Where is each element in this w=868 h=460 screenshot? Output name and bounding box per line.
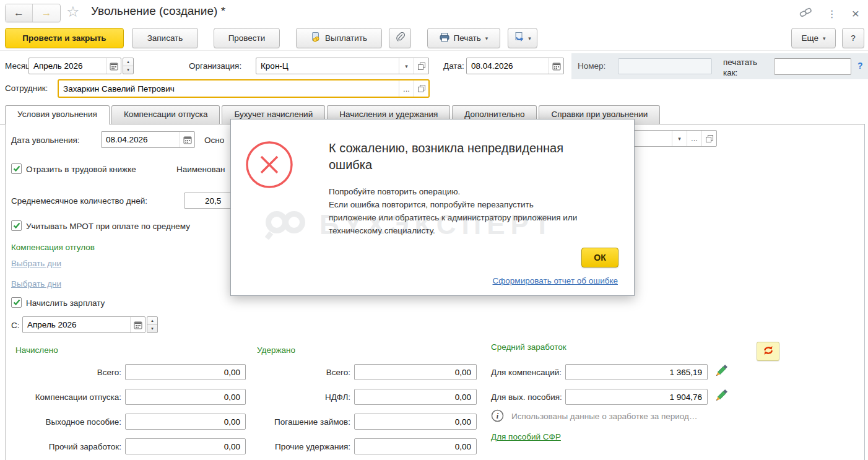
name-label-fragment: Наименован xyxy=(176,165,225,174)
more-actions-button[interactable]: Еще ▾ xyxy=(791,28,836,48)
basis-open-icon[interactable] xyxy=(701,131,716,146)
accrued-severance-field[interactable]: 0,00 xyxy=(125,414,246,430)
dismissal-date-label: Дата увольнения: xyxy=(11,136,80,145)
write-button[interactable]: Записать xyxy=(132,28,198,48)
tab-vacation-compensation[interactable]: Компенсации отпуска xyxy=(111,105,220,124)
checkmark-icon xyxy=(13,222,20,229)
accrued-row-total: Всего: 0,00 xyxy=(12,364,246,380)
date-label: Дата: xyxy=(443,61,464,71)
print-as-field[interactable] xyxy=(774,58,851,75)
accrued-row-other: Прочий заработок: 0,00 xyxy=(12,438,246,454)
info-icon: i xyxy=(491,409,504,425)
error-dialog-title: К сожалению, возникла непредвиденная оши… xyxy=(329,140,563,173)
from-calendar-icon[interactable] xyxy=(130,317,145,332)
employee-field[interactable]: Захаркин Савелий Петрович ... xyxy=(58,79,430,98)
post-and-close-button[interactable]: Провести и закрыть xyxy=(5,28,124,48)
print-as-help-icon[interactable]: ? xyxy=(857,61,863,71)
dismissal-date-calendar-icon[interactable] xyxy=(180,132,194,147)
accrue-salary-checkbox[interactable] xyxy=(11,297,22,308)
avg-days-label: Среднемесячное количество дней: xyxy=(11,196,147,206)
edit-compensation-pencil-icon[interactable] xyxy=(713,363,729,379)
date-calendar-icon[interactable] xyxy=(549,58,563,74)
select-days-link-2[interactable]: Выбрать дни xyxy=(11,279,61,289)
close-window-icon[interactable]: × xyxy=(852,9,859,19)
from-month-field[interactable]: Апрель 2026 xyxy=(22,316,145,333)
organization-label: Организация: xyxy=(189,61,241,71)
edit-severance-pencil-icon[interactable] xyxy=(713,388,729,404)
printer-icon xyxy=(440,33,449,44)
post-button[interactable]: Провести xyxy=(214,28,280,48)
average-severance-field[interactable]: 1 904,76 xyxy=(565,389,708,405)
help-button[interactable]: ? xyxy=(842,28,864,48)
back-button[interactable]: ← xyxy=(6,4,33,22)
paperclip-icon xyxy=(396,32,405,44)
withheld-total-field[interactable]: 0,00 xyxy=(354,364,477,380)
more-menu-icon[interactable]: ⋮ xyxy=(827,8,837,20)
mrot-checkbox-label[interactable]: Учитывать МРОТ при оплате по среднему xyxy=(26,222,190,231)
get-link-icon[interactable] xyxy=(799,7,812,20)
send-export-button[interactable]: ▾ xyxy=(508,28,537,48)
export-caret-icon: ▾ xyxy=(528,35,531,41)
svg-text:i: i xyxy=(497,412,499,420)
print-button[interactable]: Печать ▾ xyxy=(427,28,500,48)
workbook-checkbox[interactable] xyxy=(11,163,22,174)
basis-dropdown-icon[interactable]: ▾ xyxy=(672,131,687,146)
average-compensation-field[interactable]: 1 365,19 xyxy=(565,364,708,380)
mrot-checkbox[interactable] xyxy=(11,220,22,231)
nav-history-group: ← → xyxy=(5,4,61,22)
organization-field[interactable]: Крон-Ц ▾ xyxy=(256,58,429,74)
pay-document-coins-icon xyxy=(311,32,321,44)
dismissal-date-field[interactable]: 08.04.2026 xyxy=(101,131,195,148)
step-down-icon[interactable]: ▾ xyxy=(147,325,157,332)
refresh-average-button[interactable] xyxy=(757,342,779,361)
accrue-salary-checkbox-label[interactable]: Начислить зарплату xyxy=(26,298,105,308)
accrued-total-field[interactable]: 0,00 xyxy=(125,364,246,380)
employee-label: Сотрудник: xyxy=(5,84,48,93)
average-earnings-heading: Средний заработок xyxy=(491,342,566,352)
error-report-link[interactable]: Сформировать отчет об ошибке xyxy=(493,276,618,285)
favorite-star-icon[interactable]: ☆ xyxy=(66,3,80,20)
number-label: Номер: xyxy=(578,61,605,71)
more-caret-icon: ▾ xyxy=(823,35,826,41)
attachments-button[interactable] xyxy=(389,28,411,48)
error-ok-button[interactable]: ОК xyxy=(581,248,618,267)
withheld-heading: Удержано xyxy=(257,345,295,355)
withheld-other-field[interactable]: 0,00 xyxy=(354,438,477,454)
employee-open-icon[interactable] xyxy=(414,80,428,97)
withheld-row-ndfl: НДФЛ: 0,00 xyxy=(260,389,477,405)
step-down-icon[interactable]: ▾ xyxy=(123,66,133,74)
organization-open-icon[interactable] xyxy=(414,58,428,74)
basis-label-fragment: Осно xyxy=(204,136,224,145)
daysoff-compensation-heading: Компенсация отгулов xyxy=(11,243,95,252)
month-field[interactable]: Апрель 2026 xyxy=(28,58,121,74)
earnings-period-info-text: Использованы данные о заработке за перио… xyxy=(511,412,697,421)
date-field[interactable]: 08.04.2026 xyxy=(466,58,564,74)
forward-button[interactable]: → xyxy=(33,4,60,22)
month-calendar-icon[interactable] xyxy=(106,58,121,74)
window-right-border xyxy=(864,124,865,460)
sfr-benefits-link[interactable]: Для пособий СФР xyxy=(491,432,561,441)
from-month-stepper[interactable]: ▴ ▾ xyxy=(147,316,158,333)
tab-dismissal-terms[interactable]: Условия увольнения xyxy=(5,105,110,124)
employee-choose-icon[interactable]: ... xyxy=(399,80,414,97)
checkmark-icon xyxy=(13,299,20,306)
average-row-compensation: Для компенсаций: 1 365,19 xyxy=(491,364,708,380)
accrued-other-field[interactable]: 0,00 xyxy=(125,438,246,454)
step-up-icon[interactable]: ▴ xyxy=(123,58,133,66)
withheld-ndfl-field[interactable]: 0,00 xyxy=(354,389,477,405)
toolbar: Провести и закрыть Записать Провести Вып… xyxy=(0,26,868,51)
accrued-row-vacation: Компенсации отпуска: 0,00 xyxy=(12,389,246,405)
month-stepper[interactable]: ▴ ▾ xyxy=(123,58,134,74)
accrued-vacation-field[interactable]: 0,00 xyxy=(125,389,246,405)
workbook-checkbox-label[interactable]: Отразить в трудовой книжке xyxy=(26,165,136,174)
step-up-icon[interactable]: ▴ xyxy=(147,317,157,325)
pay-button[interactable]: Выплатить xyxy=(296,28,382,48)
basis-choose-icon[interactable]: ... xyxy=(687,131,701,146)
number-field xyxy=(618,58,712,74)
withheld-row-loans: Погашение займов: 0,00 xyxy=(260,414,477,430)
withheld-loans-field[interactable]: 0,00 xyxy=(354,414,477,430)
select-days-link-1[interactable]: Выбрать дни xyxy=(11,259,61,268)
tab-panel-left-border xyxy=(5,124,6,460)
organization-dropdown-icon[interactable]: ▾ xyxy=(399,58,414,74)
app-window: ← → ☆ Увольнение (создание) * ⋮ × Провес… xyxy=(0,0,868,460)
